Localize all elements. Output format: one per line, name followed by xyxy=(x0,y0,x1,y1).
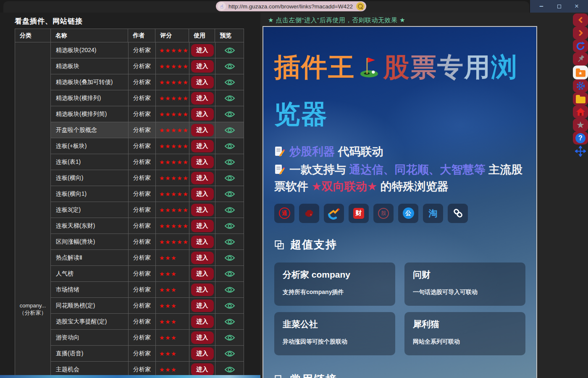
rating-stars: ★★★★★ xyxy=(159,159,189,165)
plugin-author: 分析家 xyxy=(129,282,156,297)
home-button[interactable] xyxy=(573,105,588,118)
rating-stars: ★★★ xyxy=(159,286,177,293)
forward-button[interactable] xyxy=(573,26,588,39)
preview-eye-icon[interactable] xyxy=(224,350,235,357)
preview-eye-icon[interactable] xyxy=(224,254,235,262)
table-row: 连板(表1) 分析家 ★★★★★ 进入 xyxy=(51,154,244,170)
enter-button[interactable]: 进入 xyxy=(191,236,214,248)
minimize-button[interactable]: – xyxy=(535,1,548,12)
preview-eye-icon[interactable] xyxy=(224,126,235,134)
gong-icon[interactable]: 公 xyxy=(398,204,418,223)
taobao-icon[interactable]: 淘 xyxy=(423,204,443,223)
enter-button[interactable]: 进入 xyxy=(191,220,214,232)
table-row: 热点解读Ⅱ 分析家 ★★★ 进入 xyxy=(51,250,244,266)
address-bar[interactable]: ☝ http://m.guzaza.com/brower/links?macad… xyxy=(216,1,366,11)
preview-eye-icon[interactable] xyxy=(224,110,235,118)
hero-seg-3: 票 xyxy=(410,52,437,81)
card-desc: 支持所有company插件 xyxy=(283,289,387,296)
refresh-icon xyxy=(575,41,585,51)
plugin-author: 分析家 xyxy=(129,138,156,154)
plugin-author: 分析家 xyxy=(129,266,156,281)
tonghuashun-icon[interactable] xyxy=(299,204,319,223)
enter-button[interactable]: 进入 xyxy=(191,252,214,264)
preview-eye-icon[interactable] xyxy=(224,47,235,54)
enter-button[interactable]: 进入 xyxy=(191,363,214,376)
move-handle[interactable] xyxy=(573,144,588,158)
plugin-author: 分析家 xyxy=(129,74,156,90)
preview-eye-icon[interactable] xyxy=(224,190,235,198)
rating-stars: ★★★★★ xyxy=(159,239,189,245)
cai-icon[interactable]: 财 xyxy=(349,204,369,223)
bookmark-folder-button[interactable]: ★ xyxy=(573,66,588,79)
preview-eye-icon[interactable] xyxy=(224,142,235,150)
enter-button[interactable]: 进入 xyxy=(191,140,214,152)
plugin-name: 连板(横向1) xyxy=(51,186,129,202)
preview-eye-icon[interactable] xyxy=(224,79,235,86)
overlap-squares-icon xyxy=(274,375,284,378)
link-icon[interactable] xyxy=(448,204,468,223)
plugin-name: 选股宝大事提醒(定) xyxy=(51,314,129,329)
support-card[interactable]: 犀利猫 网站全系列可联动 xyxy=(404,312,525,355)
back-button[interactable] xyxy=(573,13,588,26)
support-card[interactable]: 韭菜公社 异动涨因等可按个股联动 xyxy=(274,312,395,355)
plugin-author: 分析家 xyxy=(129,218,156,234)
preview-eye-icon[interactable] xyxy=(224,318,235,326)
favorites-button[interactable]: ★ xyxy=(573,118,588,131)
preview-eye-icon[interactable] xyxy=(224,270,235,278)
enter-button[interactable]: 进入 xyxy=(191,188,214,200)
preview-eye-icon[interactable] xyxy=(224,63,235,70)
maximize-button[interactable] xyxy=(553,1,565,12)
preview-eye-icon[interactable] xyxy=(224,238,235,246)
enter-button[interactable]: 进入 xyxy=(191,108,214,121)
settings-button[interactable] xyxy=(573,79,588,92)
enter-button[interactable]: 进入 xyxy=(191,204,214,216)
gu-medal-icon[interactable]: 股 xyxy=(373,204,394,223)
rating-stars: ★★★ xyxy=(159,318,177,325)
enter-button[interactable]: 进入 xyxy=(191,284,214,296)
support-card[interactable]: 问财 一句话选股可导入可联动 xyxy=(404,262,525,306)
plugin-author: 分析家 xyxy=(129,250,156,265)
plugin-author: 分析家 xyxy=(129,170,156,186)
plugin-author: 分析家 xyxy=(129,106,156,122)
preview-eye-icon[interactable] xyxy=(224,206,235,214)
enter-button[interactable]: 进入 xyxy=(191,347,214,360)
preview-eye-icon[interactable] xyxy=(224,222,235,230)
table-row: 精选板块(横排列) 分析家 ★★★★★ 进入 xyxy=(51,90,244,106)
enter-button[interactable]: 进入 xyxy=(191,156,214,168)
chart-arrow-icon[interactable] xyxy=(324,204,344,223)
enter-button[interactable]: 进入 xyxy=(191,172,214,184)
help-button[interactable]: ? xyxy=(573,131,588,144)
pin-button[interactable] xyxy=(573,52,588,66)
enter-button[interactable]: 进入 xyxy=(191,268,214,280)
rating-stars: ★★★★★ xyxy=(159,95,189,102)
enter-button[interactable]: 进入 xyxy=(191,299,214,312)
enter-button[interactable]: 进入 xyxy=(191,60,214,73)
enter-button[interactable]: 进入 xyxy=(191,76,214,89)
refresh-button[interactable] xyxy=(573,39,588,52)
support-card[interactable]: 分析家 company 支持所有company插件 xyxy=(274,262,395,306)
rating-stars: ★★★★★ xyxy=(159,111,189,118)
url-text[interactable]: http://m.guzaza.com/brower/links?macadd=… xyxy=(226,3,356,10)
enter-button[interactable]: 进入 xyxy=(191,44,214,57)
rating-stars: ★★★★★ xyxy=(159,143,189,150)
rating-stars: ★★★★★ xyxy=(159,127,189,134)
preview-eye-icon[interactable] xyxy=(224,158,235,166)
enter-button[interactable]: 进入 xyxy=(191,331,214,344)
enter-button[interactable]: 进入 xyxy=(191,124,214,136)
preview-eye-icon[interactable] xyxy=(224,174,235,182)
preview-eye-icon[interactable] xyxy=(224,286,235,294)
hero-seg-1: 插件王 xyxy=(274,52,355,81)
card-desc: 一句话选股可导入可联动 xyxy=(413,289,517,296)
close-button[interactable]: × xyxy=(570,1,583,12)
plugin-author: 分析家 xyxy=(129,58,156,74)
preview-eye-icon[interactable] xyxy=(224,302,235,310)
enter-button[interactable]: 进入 xyxy=(191,315,214,328)
tongdaxin-icon[interactable]: 通 xyxy=(274,204,294,223)
preview-eye-icon[interactable] xyxy=(224,366,235,373)
preview-eye-icon[interactable] xyxy=(224,334,235,341)
enter-button[interactable]: 进入 xyxy=(191,92,214,105)
search-icon[interactable] xyxy=(356,2,365,10)
plugin-name: 市场情绪 xyxy=(51,282,129,297)
preview-eye-icon[interactable] xyxy=(224,94,235,102)
folder-button[interactable] xyxy=(573,92,588,105)
